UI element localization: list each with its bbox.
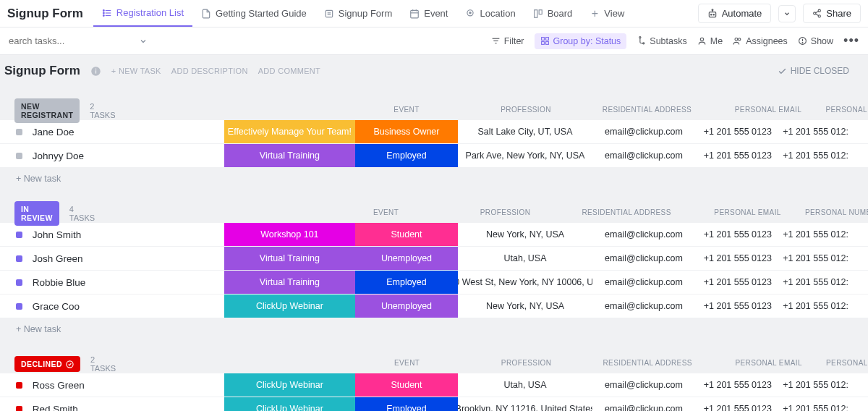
subtasks-button[interactable]: Subtasks [637,36,686,46]
table-row[interactable]: Jane DoeEffectively Manage Your Team!Bus… [0,120,868,144]
table-row[interactable]: Robbie BlueVirtual TrainingEmployed90 We… [0,271,868,295]
email-cell[interactable]: email@clickup.com [592,120,695,143]
personal-number-cell[interactable]: +1 201 555 0123 [695,223,780,246]
profession-cell[interactable]: Unemployed [355,295,458,318]
status-pill[interactable]: NEW REGISTRANT [14,98,80,123]
chevron-down-icon[interactable] [139,37,148,46]
address-cell[interactable]: Utah, USA [458,373,592,397]
task-name[interactable]: John Smith [33,229,224,240]
address-cell[interactable]: Utah, USA [458,247,592,270]
col-email[interactable]: PERSONAL EMAIL [716,106,821,116]
work-number-cell[interactable]: +1 201 555 012: [780,120,851,143]
col-profession[interactable]: PROFESSION [474,106,579,116]
task-name[interactable]: Red Smith [33,404,224,412]
groupby-button[interactable]: Group by: Status [535,33,627,49]
profession-cell[interactable]: Business Owner [355,120,458,143]
col-address[interactable]: RESIDENTIAL ADDRESS [579,359,716,369]
tab-board[interactable]: Board [524,0,582,27]
personal-number-cell[interactable]: +1 201 555 0123 [695,247,780,270]
col-profession[interactable]: PROFESSION [474,359,579,369]
profession-cell[interactable]: Employed [355,271,458,294]
email-cell[interactable]: email@clickup.com [592,223,695,246]
personal-number-cell[interactable]: +1 201 555 0123 [695,397,780,411]
address-cell[interactable]: 90 West St, New York, NY 10006, U... [458,271,592,294]
search-input[interactable] [9,35,95,46]
profession-cell[interactable]: Employed [355,397,458,411]
table-row[interactable]: Johnyy DoeVirtual TrainingEmployedPark A… [0,144,868,168]
share-button[interactable]: Share [803,4,861,23]
filter-button[interactable]: Filter [491,36,524,46]
event-cell[interactable]: ClickUp Webinar [224,373,355,397]
status-square[interactable] [16,279,22,286]
table-row[interactable]: Grace CooClickUp WebinarUnemployedNew Yo… [0,295,868,318]
status-square[interactable] [16,129,22,135]
work-number-cell[interactable]: +1 201 555 012: [780,144,851,167]
automate-button[interactable]: Automate [698,4,772,23]
info-icon[interactable] [90,66,101,77]
col-email[interactable]: PERSONAL EMAIL [716,359,821,369]
show-button[interactable]: Show [798,36,833,46]
profession-cell[interactable]: Employed [355,144,458,167]
tab-event[interactable]: Event [401,0,456,27]
status-square[interactable] [16,303,22,310]
work-number-cell[interactable]: +1 201 555 012: [780,373,851,397]
status-square[interactable] [16,382,22,389]
profession-cell[interactable]: Unemployed [355,247,458,270]
col-personal-number[interactable]: PERSONAL NUMBER [821,106,869,116]
task-name[interactable]: Ross Green [33,380,224,391]
personal-number-cell[interactable]: +1 201 555 0123 [695,144,780,167]
address-cell[interactable]: New York, NY, USA [458,223,592,246]
status-pill[interactable]: DECLINED [14,356,80,372]
task-name[interactable]: Jane Doe [33,127,224,137]
status-square[interactable] [16,255,22,262]
add-description-button[interactable]: ADD DESCRIPTION [171,67,248,75]
table-row[interactable]: Red SmithClickUp WebinarEmployedBrooklyn… [0,397,868,411]
status-square[interactable] [16,406,22,412]
table-row[interactable]: Ross GreenClickUp WebinarStudentUtah, US… [0,373,868,397]
col-profession[interactable]: PROFESSION [453,208,558,219]
new-task-row[interactable]: + New task [0,168,868,190]
personal-number-cell[interactable]: +1 201 555 0123 [695,271,780,294]
new-task-button[interactable]: + NEW TASK [111,67,161,75]
work-number-cell[interactable]: +1 201 555 012: [780,397,851,411]
task-name[interactable]: Johnyy Doe [33,151,224,161]
col-personal-number[interactable]: PERSONAL NUMBER [800,208,868,219]
address-cell[interactable]: Park Ave, New York, NY, USA [458,144,592,167]
email-cell[interactable]: email@clickup.com [592,247,695,270]
work-number-cell[interactable]: +1 201 555 012: [780,271,851,294]
work-number-cell[interactable]: +1 201 555 012: [780,247,851,270]
personal-number-cell[interactable]: +1 201 555 0123 [695,120,780,143]
address-cell[interactable]: Salt Lake City, UT, USA [458,120,592,143]
col-event[interactable]: EVENT [340,106,474,116]
event-cell[interactable]: ClickUp Webinar [224,397,355,411]
event-cell[interactable]: Workshop 101 [224,223,355,246]
personal-number-cell[interactable]: +1 201 555 0123 [695,295,780,318]
col-email[interactable]: PERSONAL EMAIL [695,208,800,219]
tab-signup-form[interactable]: Signup Form [315,0,401,27]
address-cell[interactable]: New York, NY, USA [458,295,592,318]
email-cell[interactable]: email@clickup.com [592,271,695,294]
add-comment-button[interactable]: ADD COMMENT [258,67,320,75]
col-event[interactable]: EVENT [319,208,453,219]
work-number-cell[interactable]: +1 201 555 012: [780,223,851,246]
tab-registration-list[interactable]: Registration List [93,0,192,27]
col-address[interactable]: RESIDENTIAL ADDRESS [558,208,695,219]
event-cell[interactable]: Effectively Manage Your Team! [224,120,355,143]
email-cell[interactable]: email@clickup.com [592,397,695,411]
personal-number-cell[interactable]: +1 201 555 0123 [695,373,780,397]
task-name[interactable]: Josh Green [33,253,224,264]
email-cell[interactable]: email@clickup.com [592,373,695,397]
profession-cell[interactable]: Student [355,223,458,246]
col-address[interactable]: RESIDENTIAL ADDRESS [579,106,716,116]
email-cell[interactable]: email@clickup.com [592,295,695,318]
table-row[interactable]: John SmithWorkshop 101StudentNew York, N… [0,223,868,247]
col-event[interactable]: EVENT [340,359,474,369]
assignees-button[interactable]: Assignees [733,36,788,46]
event-cell[interactable]: Virtual Training [224,247,355,270]
event-cell[interactable]: ClickUp Webinar [224,295,355,318]
profession-cell[interactable]: Student [355,373,458,397]
tab-getting-started-guide[interactable]: Getting Started Guide [192,0,315,27]
email-cell[interactable]: email@clickup.com [592,144,695,167]
event-cell[interactable]: Virtual Training [224,144,355,167]
task-name[interactable]: Robbie Blue [33,277,224,288]
